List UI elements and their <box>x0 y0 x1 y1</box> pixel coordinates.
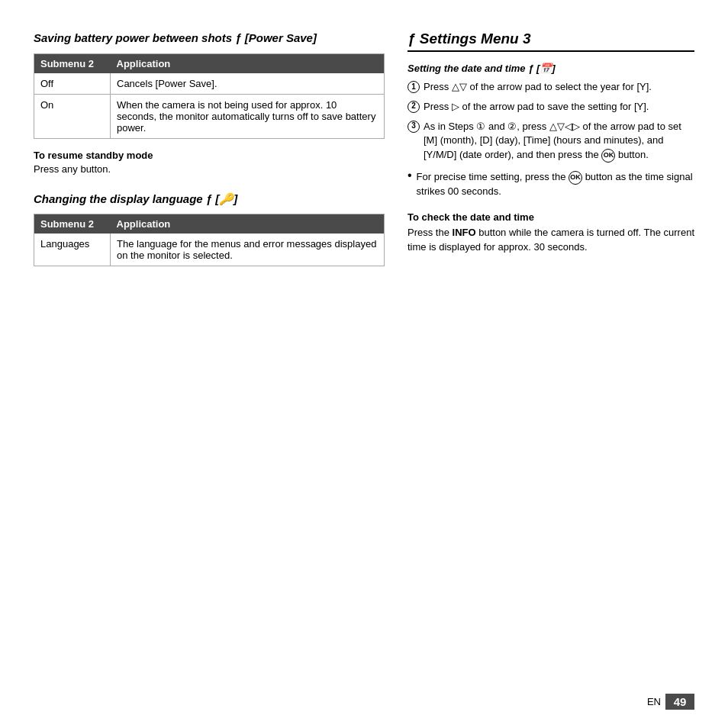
page-number: 49 <box>665 694 694 710</box>
step-text: Press △▽ of the arrow pad to select the … <box>424 80 652 95</box>
power-save-section: Saving battery power between shots ƒ [Po… <box>34 31 385 175</box>
resume-standby-section: To resume standby mode Press any button. <box>34 150 385 175</box>
step-item: 2Press ▷ of the arrow pad to save the se… <box>407 100 694 114</box>
check-date-section: To check the date and time Press the INF… <box>407 211 694 255</box>
precise-time-text: For precise time setting, press the OK b… <box>417 170 694 199</box>
language-col2-header: Application <box>111 214 385 234</box>
step-text: As in Steps ① and ②, press △▽◁▷ of the a… <box>424 120 694 163</box>
table-row: OffCancels [Power Save]. <box>34 73 385 95</box>
settings-menu-title: ƒ Settings Menu 3 <box>407 31 694 52</box>
step-text: Press ▷ of the arrow pad to save the set… <box>424 100 649 114</box>
precise-time-bullet: • For precise time setting, press the OK… <box>407 170 694 199</box>
step-number: 3 <box>407 121 420 133</box>
application-cell: When the camera is not being used for ap… <box>111 94 385 138</box>
step-item: 3As in Steps ① and ②, press △▽◁▷ of the … <box>407 120 694 163</box>
step-number: 1 <box>407 81 420 93</box>
language-table: Submenu 2 Application LanguagesThe langu… <box>34 214 385 266</box>
power-save-title: Saving battery power between shots ƒ [Po… <box>34 31 385 46</box>
resume-standby-text: Press any button. <box>34 163 385 175</box>
right-column: ƒ Settings Menu 3 Setting the date and t… <box>407 31 694 705</box>
submenu-cell: On <box>34 94 111 138</box>
language-section: Changing the display language ƒ [🔑] Subm… <box>34 192 385 267</box>
resume-standby-heading: To resume standby mode <box>34 150 385 161</box>
power-save-col2-header: Application <box>111 53 385 73</box>
table-row: OnWhen the camera is not being used for … <box>34 94 385 138</box>
step-item: 1Press △▽ of the arrow pad to select the… <box>407 80 694 95</box>
check-date-text: Press the INFO button while the camera i… <box>407 226 694 255</box>
application-cell: Cancels [Power Save]. <box>111 73 385 95</box>
language-col1-header: Submenu 2 <box>34 214 111 234</box>
submenu-cell: Off <box>34 73 111 95</box>
table-row: LanguagesThe language for the menus and … <box>34 234 385 266</box>
left-column: Saving battery power between shots ƒ [Po… <box>34 31 385 705</box>
date-time-title: Setting the date and time ƒ [📅] <box>407 63 694 76</box>
ok-button-icon: OK <box>569 171 582 185</box>
bullet-icon: • <box>407 169 412 182</box>
date-time-section: Setting the date and time ƒ [📅] 1Press △… <box>407 63 694 199</box>
language-title: Changing the display language ƒ [🔑] <box>34 192 385 207</box>
ok-button-icon: OK <box>601 149 615 163</box>
check-date-heading: To check the date and time <box>407 211 694 223</box>
application-cell: The language for the menus and error mes… <box>111 234 385 266</box>
info-label: INFO <box>453 227 476 238</box>
page: Saving battery power between shots ƒ [Po… <box>0 0 728 728</box>
step-number: 2 <box>407 101 420 113</box>
language-label: EN <box>647 696 661 707</box>
steps-list: 1Press △▽ of the arrow pad to select the… <box>407 80 694 163</box>
submenu-cell: Languages <box>34 234 111 266</box>
page-footer: EN 49 <box>647 694 694 710</box>
power-save-col1-header: Submenu 2 <box>34 53 111 73</box>
power-save-table: Submenu 2 Application OffCancels [Power … <box>34 53 385 139</box>
